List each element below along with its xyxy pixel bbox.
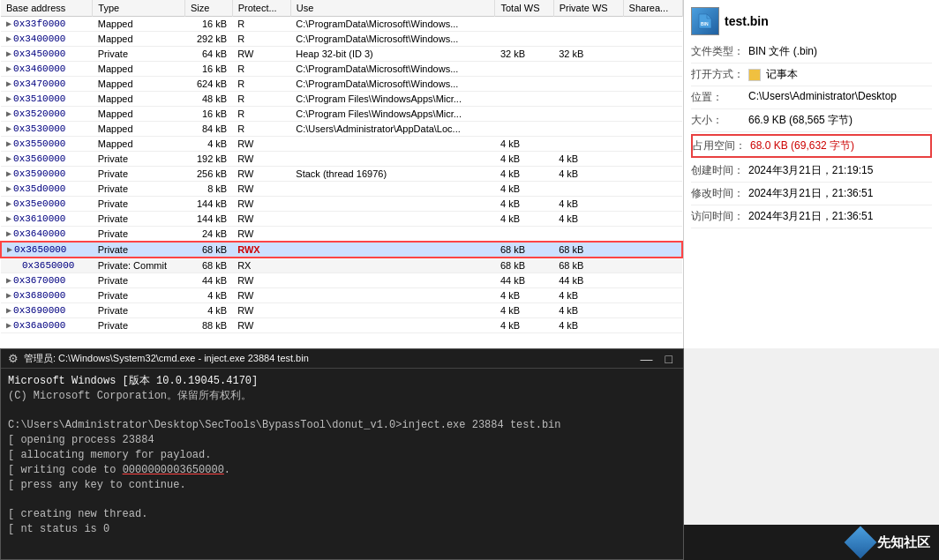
cell-total-ws: 4 kB xyxy=(495,152,553,167)
expand-icon: ▶ xyxy=(6,19,11,29)
cell-use: C:\Program Files\WindowsApps\Micr... xyxy=(290,107,495,122)
cell-size: 16 kB xyxy=(184,17,232,32)
col-header-protect: Protect... xyxy=(232,0,290,17)
table-row[interactable]: ▶0x3610000Private144 kBRW4 kB4 kB xyxy=(1,212,682,227)
cell-size: 84 kB xyxy=(184,122,232,137)
expand-icon: ▶ xyxy=(6,199,11,209)
table-row[interactable]: ▶0x3470000Mapped624 kBRC:\ProgramData\Mi… xyxy=(1,77,682,92)
cell-use: C:\ProgramData\Microsoft\Windows... xyxy=(290,32,495,47)
cell-sharea xyxy=(623,303,682,318)
cmd-line: Microsoft Windows [版本 10.0.19045.4170] xyxy=(8,374,676,389)
cell-sharea xyxy=(623,77,682,92)
table-row[interactable]: ▶0x3690000Private4 kBRW4 kB4 kB xyxy=(1,303,682,318)
file-type-value: BIN 文件 (.bin) xyxy=(748,44,932,59)
cell-protect: R xyxy=(232,122,290,137)
cell-total-ws: 4 kB xyxy=(495,288,553,303)
file-type-row: 文件类型： BIN 文件 (.bin) xyxy=(691,41,932,63)
cell-addr: ▶0x3560000 xyxy=(1,152,93,167)
col-header-private-ws: Private WS xyxy=(553,0,623,17)
cell-type: Private xyxy=(93,318,185,333)
cell-protect: RW xyxy=(232,152,290,167)
expand-icon: ▶ xyxy=(6,276,11,286)
col-header-type: Type xyxy=(93,0,185,17)
cell-use: C:\ProgramData\Microsoft\Windows... xyxy=(290,77,495,92)
cell-size: 16 kB xyxy=(184,62,232,77)
cell-sharea xyxy=(623,152,682,167)
cell-use xyxy=(290,152,495,167)
cell-total-ws xyxy=(495,227,553,243)
table-row[interactable]: ▶0x3650000Private68 kBRWX68 kB68 kB xyxy=(1,242,682,258)
cell-use xyxy=(290,227,495,243)
cell-total-ws: 68 kB xyxy=(495,242,553,258)
cmd-line: (C) Microsoft Corporation。保留所有权利。 xyxy=(8,389,676,404)
table-row[interactable]: 0x3650000Private: Commit68 kBRX68 kB68 k… xyxy=(1,258,682,273)
cmd-body: Microsoft Windows [版本 10.0.19045.4170](C… xyxy=(1,369,683,559)
cell-private-ws: 4 kB xyxy=(553,167,623,182)
memory-table: Base address Type Size Protect... Use To… xyxy=(0,0,683,333)
cmd-titlebar: ⚙ 管理员: C:\Windows\System32\cmd.exe - inj… xyxy=(1,349,683,369)
cell-addr: ▶0x33f0000 xyxy=(1,17,93,32)
cell-addr: ▶0x3690000 xyxy=(1,303,93,318)
cell-sharea xyxy=(623,227,682,243)
table-row[interactable]: ▶0x35d0000Private8 kBRW4 kB xyxy=(1,182,682,197)
table-row[interactable]: ▶0x3640000Private24 kBRW xyxy=(1,227,682,243)
cell-type: Mapped xyxy=(93,62,185,77)
cell-use xyxy=(290,273,495,288)
cell-type: Private xyxy=(93,167,185,182)
table-row[interactable]: ▶0x3460000Mapped16 kBRC:\ProgramData\Mic… xyxy=(1,62,682,77)
col-header-sharea: Sharea... xyxy=(623,0,682,17)
table-row[interactable]: ▶0x3590000Private256 kBRWStack (thread 1… xyxy=(1,167,682,182)
cell-total-ws: 4 kB xyxy=(495,167,553,182)
cell-protect: RWX xyxy=(232,242,290,258)
cell-protect: R xyxy=(232,62,290,77)
cmd-maximize-button[interactable]: □ xyxy=(662,352,676,366)
cmd-line: [ nt status is 0 xyxy=(8,522,676,537)
cell-addr: ▶0x3530000 xyxy=(1,122,93,137)
expand-icon: ▶ xyxy=(6,214,11,224)
logo-diamond-icon xyxy=(845,526,877,559)
table-row[interactable]: ▶0x3520000Mapped16 kBRC:\Program Files\W… xyxy=(1,107,682,122)
cell-sharea xyxy=(623,32,682,47)
cell-size: 68 kB xyxy=(184,242,232,258)
cell-protect: RW xyxy=(232,227,290,243)
cell-protect: R xyxy=(232,107,290,122)
table-row[interactable]: ▶0x3560000Private192 kBRW4 kB4 kB xyxy=(1,152,682,167)
cell-private-ws xyxy=(553,92,623,107)
table-row[interactable]: ▶0x3550000Mapped4 kBRW4 kB xyxy=(1,137,682,152)
expand-icon: ▶ xyxy=(6,321,11,331)
file-icon: BIN xyxy=(691,7,719,35)
cell-protect: RW xyxy=(232,288,290,303)
cell-type: Mapped xyxy=(93,92,185,107)
cell-use: Stack (thread 16976) xyxy=(290,167,495,182)
table-row[interactable]: ▶0x36a0000Private88 kBRW4 kB4 kB xyxy=(1,318,682,333)
cell-protect: RW xyxy=(232,197,290,212)
table-row[interactable]: ▶0x3680000Private4 kBRW4 kB4 kB xyxy=(1,288,682,303)
cell-private-ws: 32 kB xyxy=(553,47,623,62)
cell-size: 88 kB xyxy=(184,318,232,333)
file-type-label: 文件类型： xyxy=(691,44,748,59)
table-row[interactable]: ▶0x35e0000Private144 kBRW4 kB4 kB xyxy=(1,197,682,212)
col-header-base-address: Base address xyxy=(1,0,93,17)
expand-icon: ▶ xyxy=(6,79,11,89)
size-label: 大小： xyxy=(691,113,748,128)
file-name-text: test.bin xyxy=(725,14,769,28)
table-row[interactable]: ▶0x3510000Mapped48 kBRC:\Program Files\W… xyxy=(1,92,682,107)
cell-total-ws: 4 kB xyxy=(495,303,553,318)
expand-icon: ▶ xyxy=(6,94,11,104)
table-row[interactable]: ▶0x3530000Mapped84 kBRC:\Users\Administr… xyxy=(1,122,682,137)
table-row[interactable]: ▶0x33f0000Mapped16 kBRC:\ProgramData\Mic… xyxy=(1,17,682,32)
cell-sharea xyxy=(623,47,682,62)
created-value: 2024年3月21日，21:19:15 xyxy=(748,163,932,178)
cmd-minimize-button[interactable]: — xyxy=(637,352,657,366)
cell-addr: ▶0x3450000 xyxy=(1,47,93,62)
cell-use xyxy=(290,318,495,333)
table-row[interactable]: ▶0x3670000Private44 kBRW44 kB44 kB xyxy=(1,273,682,288)
cell-private-ws: 4 kB xyxy=(553,197,623,212)
table-row[interactable]: ▶0x3400000Mapped292 kBRC:\ProgramData\Mi… xyxy=(1,32,682,47)
cell-private-ws xyxy=(553,17,623,32)
cell-sharea xyxy=(623,273,682,288)
cell-total-ws xyxy=(495,122,553,137)
table-row[interactable]: ▶0x3450000Private64 kBRWHeap 32-bit (ID … xyxy=(1,47,682,62)
cell-addr: ▶0x3670000 xyxy=(1,273,93,288)
cell-use xyxy=(290,212,495,227)
